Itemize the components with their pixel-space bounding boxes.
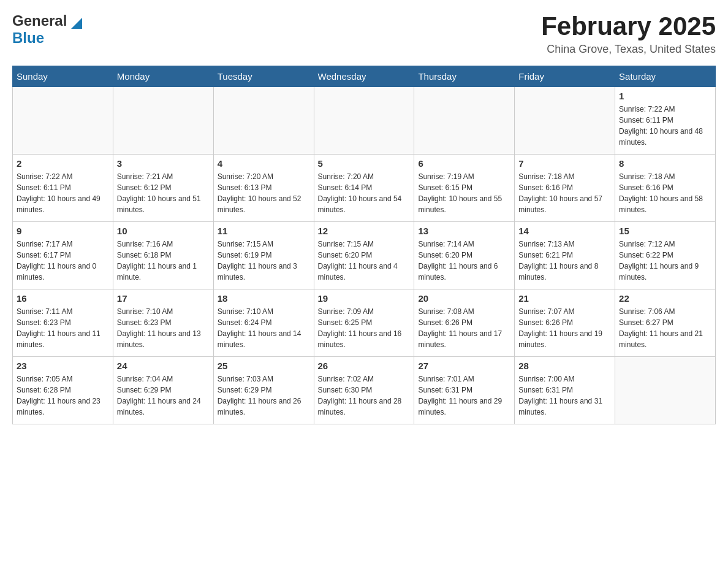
calendar-cell: 7Sunrise: 7:18 AMSunset: 6:16 PMDaylight…: [515, 155, 615, 222]
calendar-cell: [615, 357, 716, 424]
calendar-cell: 23Sunrise: 7:05 AMSunset: 6:28 PMDayligh…: [13, 357, 113, 424]
day-sun-info: Sunrise: 7:08 AMSunset: 6:26 PMDaylight:…: [418, 306, 510, 350]
day-number: 6: [418, 158, 510, 169]
day-sun-info: Sunrise: 7:10 AMSunset: 6:23 PMDaylight:…: [117, 306, 210, 350]
day-sun-info: Sunrise: 7:12 AMSunset: 6:22 PMDaylight:…: [619, 239, 711, 283]
day-sun-info: Sunrise: 7:10 AMSunset: 6:24 PMDaylight:…: [218, 306, 310, 350]
day-number: 1: [619, 91, 711, 101]
day-sun-info: Sunrise: 7:04 AMSunset: 6:29 PMDaylight:…: [117, 373, 210, 418]
day-number: 11: [218, 226, 310, 236]
calendar-cell: 13Sunrise: 7:14 AMSunset: 6:20 PMDayligh…: [414, 222, 515, 289]
day-number: 19: [318, 293, 411, 304]
day-of-week-header: Monday: [113, 66, 213, 87]
day-number: 13: [418, 226, 510, 236]
day-sun-info: Sunrise: 7:06 AMSunset: 6:27 PMDaylight:…: [619, 306, 711, 350]
calendar-cell: 28Sunrise: 7:00 AMSunset: 6:31 PMDayligh…: [515, 357, 615, 424]
calendar-cell: 6Sunrise: 7:19 AMSunset: 6:15 PMDaylight…: [414, 155, 515, 222]
logo: General Blue: [12, 12, 82, 47]
day-of-week-header: Thursday: [414, 66, 515, 87]
logo-general-text: General: [12, 12, 67, 29]
day-number: 24: [117, 361, 210, 371]
day-number: 5: [318, 158, 411, 169]
calendar-cell: [13, 87, 113, 155]
location-subtitle: China Grove, Texas, United States: [541, 43, 716, 56]
calendar-cell: 10Sunrise: 7:16 AMSunset: 6:18 PMDayligh…: [113, 222, 213, 289]
day-number: 4: [218, 158, 310, 169]
day-sun-info: Sunrise: 7:05 AMSunset: 6:28 PMDaylight:…: [17, 373, 109, 418]
calendar-cell: 22Sunrise: 7:06 AMSunset: 6:27 PMDayligh…: [615, 289, 716, 357]
day-number: 3: [117, 158, 210, 169]
calendar-cell: 18Sunrise: 7:10 AMSunset: 6:24 PMDayligh…: [213, 289, 314, 357]
calendar-cell: 21Sunrise: 7:07 AMSunset: 6:26 PMDayligh…: [515, 289, 615, 357]
day-number: 23: [17, 361, 109, 371]
day-number: 18: [218, 293, 310, 304]
calendar-cell: [314, 87, 414, 155]
day-sun-info: Sunrise: 7:20 AMSunset: 6:13 PMDaylight:…: [218, 171, 310, 215]
calendar-cell: 1Sunrise: 7:22 AMSunset: 6:11 PMDaylight…: [615, 87, 716, 155]
calendar-cell: [515, 87, 615, 155]
calendar-cell: 25Sunrise: 7:03 AMSunset: 6:29 PMDayligh…: [213, 357, 314, 424]
day-sun-info: Sunrise: 7:15 AMSunset: 6:19 PMDaylight:…: [218, 239, 310, 283]
day-sun-info: Sunrise: 7:22 AMSunset: 6:11 PMDaylight:…: [619, 104, 711, 148]
title-block: February 2025 China Grove, Texas, United…: [541, 12, 716, 56]
day-number: 22: [619, 293, 711, 304]
day-sun-info: Sunrise: 7:18 AMSunset: 6:16 PMDaylight:…: [619, 171, 711, 215]
day-sun-info: Sunrise: 7:07 AMSunset: 6:26 PMDaylight:…: [518, 306, 611, 350]
logo-triangle-icon: [71, 18, 82, 29]
day-of-week-header: Saturday: [615, 66, 716, 87]
calendar-cell: 5Sunrise: 7:20 AMSunset: 6:14 PMDaylight…: [314, 155, 414, 222]
calendar-cell: 14Sunrise: 7:13 AMSunset: 6:21 PMDayligh…: [515, 222, 615, 289]
logo-blue-text: Blue: [12, 29, 44, 46]
day-number: 16: [17, 293, 109, 304]
calendar-table: SundayMondayTuesdayWednesdayThursdayFrid…: [12, 66, 716, 424]
calendar-week-row: 23Sunrise: 7:05 AMSunset: 6:28 PMDayligh…: [13, 357, 716, 424]
day-number: 9: [17, 226, 109, 236]
day-sun-info: Sunrise: 7:18 AMSunset: 6:16 PMDaylight:…: [518, 171, 611, 215]
calendar-cell: 11Sunrise: 7:15 AMSunset: 6:19 PMDayligh…: [213, 222, 314, 289]
calendar-cell: 4Sunrise: 7:20 AMSunset: 6:13 PMDaylight…: [213, 155, 314, 222]
day-sun-info: Sunrise: 7:22 AMSunset: 6:11 PMDaylight:…: [17, 171, 109, 215]
day-number: 27: [418, 361, 510, 371]
calendar-cell: 17Sunrise: 7:10 AMSunset: 6:23 PMDayligh…: [113, 289, 213, 357]
calendar-cell: 2Sunrise: 7:22 AMSunset: 6:11 PMDaylight…: [13, 155, 113, 222]
day-number: 21: [518, 293, 611, 304]
day-of-week-header: Tuesday: [213, 66, 314, 87]
calendar-cell: 15Sunrise: 7:12 AMSunset: 6:22 PMDayligh…: [615, 222, 716, 289]
day-sun-info: Sunrise: 7:16 AMSunset: 6:18 PMDaylight:…: [117, 239, 210, 283]
day-number: 7: [518, 158, 611, 169]
day-sun-info: Sunrise: 7:00 AMSunset: 6:31 PMDaylight:…: [518, 373, 611, 418]
day-number: 2: [17, 158, 109, 169]
calendar-cell: 26Sunrise: 7:02 AMSunset: 6:30 PMDayligh…: [314, 357, 414, 424]
calendar-week-row: 1Sunrise: 7:22 AMSunset: 6:11 PMDaylight…: [13, 87, 716, 155]
day-of-week-header: Friday: [515, 66, 615, 87]
day-sun-info: Sunrise: 7:09 AMSunset: 6:25 PMDaylight:…: [318, 306, 411, 350]
calendar-cell: 3Sunrise: 7:21 AMSunset: 6:12 PMDaylight…: [113, 155, 213, 222]
calendar-cell: 8Sunrise: 7:18 AMSunset: 6:16 PMDaylight…: [615, 155, 716, 222]
page-header: General Blue February 2025 China Grove, …: [12, 12, 716, 56]
day-of-week-header: Sunday: [13, 66, 113, 87]
day-sun-info: Sunrise: 7:13 AMSunset: 6:21 PMDaylight:…: [518, 239, 611, 283]
day-sun-info: Sunrise: 7:20 AMSunset: 6:14 PMDaylight:…: [318, 171, 411, 215]
day-sun-info: Sunrise: 7:01 AMSunset: 6:31 PMDaylight:…: [418, 373, 510, 418]
day-number: 17: [117, 293, 210, 304]
day-number: 25: [218, 361, 310, 371]
calendar-cell: [113, 87, 213, 155]
calendar-week-row: 16Sunrise: 7:11 AMSunset: 6:23 PMDayligh…: [13, 289, 716, 357]
day-sun-info: Sunrise: 7:02 AMSunset: 6:30 PMDaylight:…: [318, 373, 411, 418]
day-sun-info: Sunrise: 7:15 AMSunset: 6:20 PMDaylight:…: [318, 239, 411, 283]
calendar-week-row: 9Sunrise: 7:17 AMSunset: 6:17 PMDaylight…: [13, 222, 716, 289]
month-year-title: February 2025: [541, 12, 716, 40]
day-of-week-header: Wednesday: [314, 66, 414, 87]
calendar-cell: [414, 87, 515, 155]
day-sun-info: Sunrise: 7:19 AMSunset: 6:15 PMDaylight:…: [418, 171, 510, 215]
day-number: 10: [117, 226, 210, 236]
calendar-cell: 27Sunrise: 7:01 AMSunset: 6:31 PMDayligh…: [414, 357, 515, 424]
day-number: 20: [418, 293, 510, 304]
day-number: 28: [518, 361, 611, 371]
calendar-cell: 19Sunrise: 7:09 AMSunset: 6:25 PMDayligh…: [314, 289, 414, 357]
day-number: 14: [518, 226, 611, 236]
calendar-header-row: SundayMondayTuesdayWednesdayThursdayFrid…: [13, 66, 716, 87]
day-number: 8: [619, 158, 711, 169]
day-number: 15: [619, 226, 711, 236]
calendar-week-row: 2Sunrise: 7:22 AMSunset: 6:11 PMDaylight…: [13, 155, 716, 222]
